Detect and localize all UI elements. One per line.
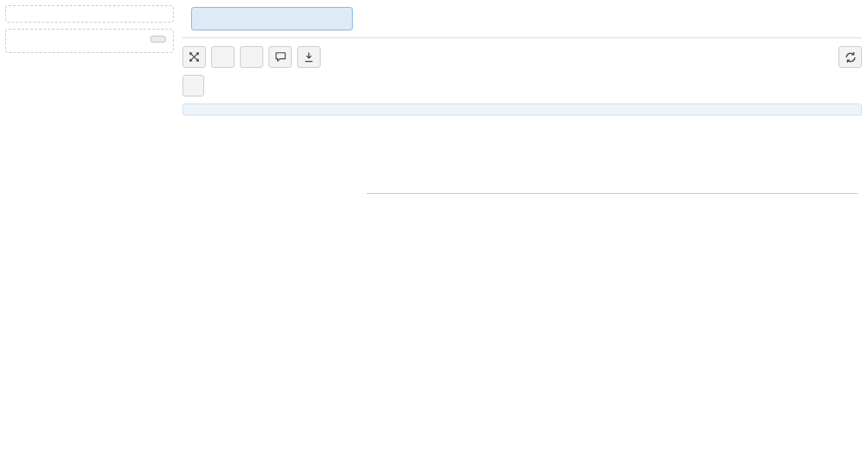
description-box	[182, 103, 862, 116]
swap-axes-icon	[189, 51, 200, 63]
measures-button[interactable]	[191, 7, 353, 30]
sidebar	[0, 0, 178, 473]
x-axis-bottom	[367, 193, 858, 250]
chart-legend	[182, 132, 862, 146]
comment-button[interactable]	[268, 46, 292, 68]
columns-row	[182, 7, 862, 30]
gantt-chart	[182, 150, 862, 250]
toolbar-row-2	[182, 75, 862, 97]
x-axis-top	[367, 150, 858, 193]
pages-section	[5, 5, 174, 23]
chart-type-tabs	[182, 37, 862, 38]
font-size-button[interactable]	[182, 75, 204, 97]
download-button[interactable]	[297, 46, 321, 68]
redo-button[interactable]	[240, 46, 263, 68]
refresh-button[interactable]	[838, 46, 862, 68]
rows-header	[13, 36, 166, 43]
comment-icon	[275, 51, 287, 63]
download-icon	[303, 51, 315, 63]
undo-button[interactable]	[211, 46, 235, 68]
swap-axes-button[interactable]	[182, 46, 206, 68]
nonempty-button[interactable]	[150, 36, 166, 43]
refresh-icon	[845, 51, 857, 63]
toolbar	[182, 46, 862, 68]
app-root	[0, 0, 868, 473]
rows-section	[5, 29, 174, 53]
main-panel	[178, 0, 868, 473]
